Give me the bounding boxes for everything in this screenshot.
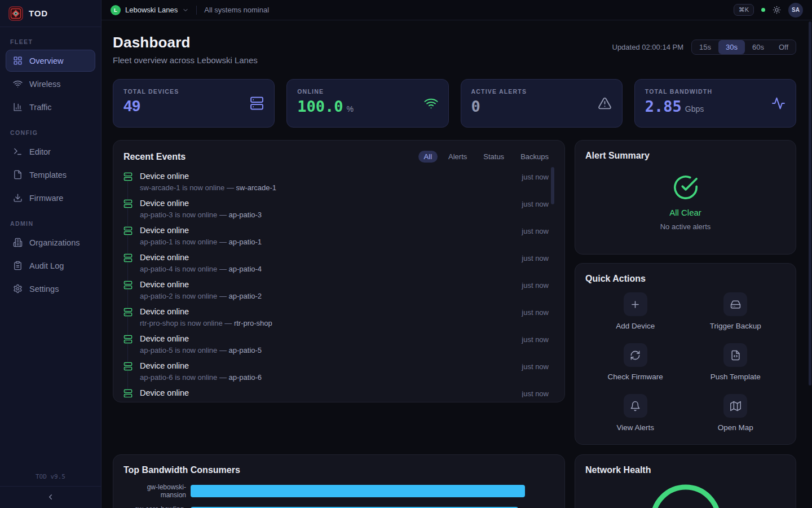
chevron-left-icon xyxy=(46,493,55,501)
sidebar-nav: FLEETOverviewWirelessTrafficCONFIGEditor… xyxy=(0,27,101,468)
bandwidth-device-label: gw-lebowski-mansion xyxy=(123,483,191,499)
plus-icon xyxy=(630,299,641,310)
sidebar-item-audit-log[interactable]: Audit Log xyxy=(6,255,95,277)
sidebar-collapse-button[interactable] xyxy=(0,486,101,508)
event-time: just now xyxy=(522,308,549,329)
action-tile xyxy=(624,394,647,418)
event-title: Device online xyxy=(140,225,514,235)
refresh-interval-control: 15s30s60sOff xyxy=(691,40,796,55)
action-push-template[interactable]: Push Template xyxy=(710,343,761,381)
server-icon xyxy=(123,199,133,208)
gear-icon xyxy=(13,284,23,294)
event-message: ap-patio-4 is now online — ap-patio-4 xyxy=(140,265,514,274)
action-tile xyxy=(624,343,647,367)
event-message: ap-patio-6 is now online — ap-patio-6 xyxy=(140,373,514,382)
event-title: Device online xyxy=(140,198,514,208)
action-add-device[interactable]: Add Device xyxy=(616,292,655,330)
tab-backups[interactable]: Backups xyxy=(515,151,554,163)
alert-triangle-icon xyxy=(598,97,612,111)
page-title: Dashboard xyxy=(113,34,258,51)
refresh-option-30s[interactable]: 30s xyxy=(718,40,745,54)
events-filter-tabs: AllAlertsStatusBackups xyxy=(418,151,554,163)
action-label: Trigger Backup xyxy=(710,322,761,330)
bandwidth-bar xyxy=(191,485,525,497)
refresh-option-off[interactable]: Off xyxy=(771,40,796,54)
action-label: Check Firmware xyxy=(608,373,663,381)
user-avatar[interactable]: SA xyxy=(788,3,803,17)
event-message: ap-patio-3 is now online — ap-patio-3 xyxy=(140,211,514,220)
tab-status[interactable]: Status xyxy=(478,151,510,163)
bandwidth-device-label: sw-core-bowling-alley xyxy=(123,505,191,508)
event-device-name: ap-patio-6 xyxy=(229,373,262,382)
bandwidth-title: Top Bandwidth Consumers xyxy=(123,465,554,475)
tab-all[interactable]: All xyxy=(418,151,438,163)
alert-detail-text: No active alerts xyxy=(660,222,711,231)
stat-label: TOTAL DEVICES xyxy=(123,88,264,95)
org-name: Lebowski Lanes xyxy=(125,6,178,14)
recent-events-title: Recent Events xyxy=(123,152,186,162)
health-gauge: 100 xyxy=(649,483,722,508)
topbar: L Lebowski Lanes All systems nominal ⌘K … xyxy=(102,0,812,20)
command-palette-shortcut[interactable]: ⌘K xyxy=(734,4,754,16)
sidebar-item-editor[interactable]: Editor xyxy=(6,141,95,163)
action-trigger-backup[interactable]: Trigger Backup xyxy=(710,292,761,330)
org-avatar: L xyxy=(111,5,121,15)
sidebar-section-fleet: FLEET xyxy=(10,38,91,45)
chevron-down-icon xyxy=(182,7,189,14)
event-row: Device onlineap-patio-4 is now online — … xyxy=(123,247,554,274)
event-message: ap-patio-5 is now online — ap-patio-5 xyxy=(140,346,514,355)
bandwidth-row: sw-core-bowling-alley xyxy=(123,505,554,508)
event-row: Device onlinejust now xyxy=(123,383,554,397)
layout-grid-icon xyxy=(13,56,23,65)
file-code-icon xyxy=(730,350,741,361)
refresh-icon xyxy=(630,350,641,361)
download-icon xyxy=(13,193,23,203)
event-time: just now xyxy=(522,335,549,356)
event-row: Device onlineap-patio-2 is now online — … xyxy=(123,274,554,301)
wifi-icon xyxy=(424,97,438,111)
bandwidth-panel: Top Bandwidth Consumers gw-lebowski-mans… xyxy=(113,454,565,508)
tab-alerts[interactable]: Alerts xyxy=(443,151,473,163)
action-label: Open Map xyxy=(718,423,753,432)
event-device-name: ap-patio-5 xyxy=(229,346,262,354)
sidebar-item-templates[interactable]: Templates xyxy=(6,164,95,186)
event-time: just now xyxy=(522,254,549,274)
sidebar-item-settings[interactable]: Settings xyxy=(6,278,95,300)
event-time: just now xyxy=(522,173,549,193)
refresh-option-15s[interactable]: 15s xyxy=(692,40,718,54)
server-icon xyxy=(123,226,133,235)
stat-value: 2.85 xyxy=(645,99,682,114)
event-time: just now xyxy=(522,281,549,301)
event-title: Device online xyxy=(140,334,514,344)
sidebar-item-overview[interactable]: Overview xyxy=(6,50,95,72)
event-row: Device onlineap-patio-5 is now online — … xyxy=(123,329,554,356)
server-icon xyxy=(123,389,133,397)
refresh-option-60s[interactable]: 60s xyxy=(745,40,771,54)
stat-card-total-devices: TOTAL DEVICES49 xyxy=(113,79,275,128)
event-device-name: ap-patio-1 xyxy=(229,238,262,246)
sidebar-item-wireless[interactable]: Wireless xyxy=(6,73,95,95)
network-health-title: Network Health xyxy=(585,465,785,475)
app-name: TOD xyxy=(29,8,48,18)
org-selector[interactable]: L Lebowski Lanes xyxy=(111,5,189,15)
sun-icon[interactable] xyxy=(773,6,781,14)
recent-events-panel: Recent Events AllAlertsStatusBackups Dev… xyxy=(113,140,565,402)
stat-card-online: ONLINE100.0% xyxy=(286,79,448,128)
sidebar-item-label: Editor xyxy=(29,147,51,156)
quick-actions-title: Quick Actions xyxy=(585,274,785,284)
event-title: Device online xyxy=(140,306,514,317)
action-view-alerts[interactable]: View Alerts xyxy=(616,394,654,432)
quick-actions-grid: Add DeviceTrigger BackupCheck FirmwarePu… xyxy=(585,292,785,432)
check-circle-icon xyxy=(673,174,699,200)
bell-icon xyxy=(630,401,641,411)
action-open-map[interactable]: Open Map xyxy=(718,394,753,432)
sidebar-item-traffic[interactable]: Traffic xyxy=(6,96,95,118)
action-check-firmware[interactable]: Check Firmware xyxy=(608,343,663,381)
page-scrollbar[interactable] xyxy=(809,21,811,386)
bandwidth-row: gw-lebowski-mansion xyxy=(123,483,554,499)
sidebar-item-firmware[interactable]: Firmware xyxy=(6,187,95,209)
event-row: Device onlinesw-arcade-1 is now online —… xyxy=(123,166,554,193)
app-logo-icon xyxy=(8,6,23,21)
events-scrollbar[interactable] xyxy=(551,167,554,204)
sidebar-item-organizations[interactable]: Organizations xyxy=(6,231,95,253)
